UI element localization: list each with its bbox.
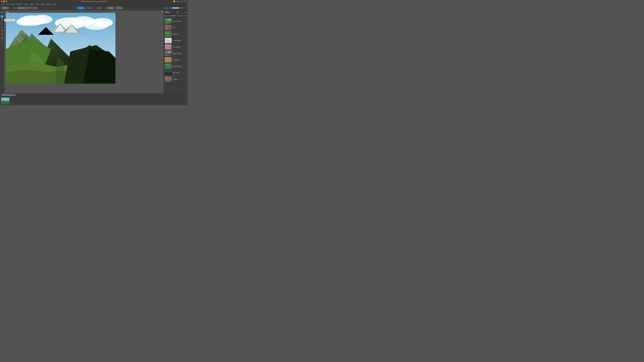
zoom-tool-button[interactable]: 🔍: [0, 11, 4, 14]
wifi-icon: 📶: [173, 0, 175, 2]
svg-point-3: [16, 18, 34, 26]
effect-name-tint: Tint: [172, 27, 175, 28]
tab-frames[interactable]: Frames: [182, 14, 188, 17]
open-button[interactable]: Open ▾: [1, 6, 9, 9]
mode-tabs: Quick Guided Expert: [76, 6, 104, 9]
effects-search-icon[interactable]: 🔍: [176, 11, 178, 13]
svg-rect-27: [165, 25, 172, 30]
effect-thumb-smart-looks: [165, 18, 172, 24]
effects-panel: Effects 🔍 ⚙ Adjustments Effects Textures…: [164, 10, 188, 93]
zoom-slider[interactable]: [169, 7, 179, 9]
brush-tool-button[interactable]: ✏: [0, 22, 4, 25]
draw-tool-button[interactable]: ✒: [0, 33, 4, 36]
menu-layer[interactable]: Layer: [24, 3, 29, 5]
menu-file[interactable]: File: [1, 3, 5, 5]
text-tool-button[interactable]: T: [0, 29, 4, 32]
app-title: Adobe Photoshop Elements 2020 Editor: [81, 1, 106, 2]
effect-tint[interactable]: Tint: [164, 24, 188, 31]
add-tool-button[interactable]: +: [0, 40, 4, 43]
menu-image[interactable]: Image: [10, 3, 16, 5]
view-label: View:: [13, 7, 16, 9]
effect-name-black-white: Black & White: [172, 53, 181, 54]
effect-name-split-tone: Split Tone: [172, 72, 179, 73]
effect-thumb-black-white: [165, 51, 172, 56]
effect-lithograph[interactable]: Lithograph: [164, 57, 188, 63]
create-share-area: Create Share: [106, 6, 123, 9]
filmstrip-arrow-icon[interactable]: ▾: [186, 94, 186, 96]
minimize-window-button[interactable]: [3, 1, 5, 2]
tab-effects[interactable]: Effects: [171, 14, 176, 17]
effect-thumb-tint: [165, 25, 172, 30]
effect-pencil-sketch[interactable]: Pencil Sketch: [164, 37, 188, 44]
effect-name-vintage: Vintage: [172, 78, 177, 80]
effect-name-smart-looks: Smart Looks: [172, 20, 180, 22]
svg-rect-40: [165, 76, 172, 82]
svg-point-7: [92, 18, 113, 27]
tools-panel: 🔍 ✋ Hand Tool (H) 👁 ✏ — T ✒ ⊕ +: [0, 10, 4, 93]
menu-enhance[interactable]: Enhance: [16, 3, 23, 5]
tab-guided[interactable]: Guided: [85, 6, 94, 9]
titlebar: Adobe Photoshop Elements 2020 Editor 📶 M…: [0, 0, 188, 3]
titlebar-icons: 📶 Mon 15:50 🔍: [173, 0, 186, 2]
main-image: [6, 13, 116, 84]
line-tool-button[interactable]: —: [0, 25, 4, 29]
effect-name-lithograph: Lithograph: [172, 59, 179, 61]
effects-settings-icon[interactable]: ⚙: [185, 11, 186, 13]
zoom-label: Zoom:: [164, 7, 168, 9]
maximize-window-button[interactable]: [6, 1, 7, 2]
svg-point-2: [32, 15, 52, 24]
menu-select[interactable]: Select: [29, 3, 35, 5]
view-tool-button[interactable]: 👁: [0, 18, 4, 22]
filmstrip-toolbar: Show Open Files — ▾: [0, 93, 188, 96]
svg-rect-35: [165, 57, 172, 62]
effect-split-tone[interactable]: Split Tone: [164, 69, 188, 76]
crop-tool-button[interactable]: ⊕: [0, 36, 4, 40]
effect-thumb-vintage: [165, 76, 172, 82]
effect-toy-camera[interactable]: Toy Camera: [164, 44, 188, 50]
menu-help[interactable]: Help: [52, 3, 57, 5]
canvas-area: After ✕: [4, 10, 164, 93]
search-icon[interactable]: 🔍: [184, 0, 186, 2]
close-window-button[interactable]: [1, 1, 2, 2]
create-button[interactable]: Create: [106, 6, 114, 9]
tab-adjustments[interactable]: Adjustments: [164, 14, 171, 17]
effect-vintage[interactable]: Vintage: [164, 76, 188, 82]
effect-cross-process[interactable]: Cross Process: [164, 63, 188, 69]
zoom-control: Zoom: 50%: [163, 7, 186, 9]
chevron-down-icon: ▾: [7, 7, 8, 9]
effect-smart-looks[interactable]: Smart Looks: [164, 18, 188, 24]
bottom-panel: Show Open Files — ▾: [0, 93, 188, 105]
effects-header: Effects 🔍 ⚙: [164, 10, 188, 14]
top-toolbar: Open ▾ View: Before Only After Only Befo…: [0, 6, 188, 10]
show-open-files-select[interactable]: Show Open Files: [1, 94, 16, 96]
menu-edit[interactable]: Edit: [6, 3, 10, 5]
hand-tool-button[interactable]: ✋: [0, 15, 4, 18]
effect-black-white[interactable]: Black & White: [164, 50, 188, 57]
effect-name-cross-process: Cross Process: [172, 65, 182, 67]
filmstrip-item[interactable]: [1, 97, 10, 104]
tab-textures[interactable]: Textures: [176, 14, 182, 17]
effect-name-toy-camera: Toy Camera: [172, 46, 180, 48]
canvas-close-button[interactable]: ✕: [162, 10, 163, 12]
svg-rect-32: [165, 44, 172, 50]
view-select[interactable]: Before Only After Only Before & After Ho…: [17, 7, 37, 9]
menu-window[interactable]: Window: [46, 3, 52, 5]
tab-quick[interactable]: Quick: [76, 6, 85, 9]
effects-tabs: Adjustments Effects Textures Frames: [164, 14, 188, 17]
filmstrip-minimize-icon[interactable]: —: [184, 94, 185, 96]
effects-title: Effects: [165, 11, 170, 13]
effect-thumb-lithograph: [165, 57, 172, 62]
effect-seasons[interactable]: Seasons: [164, 31, 188, 37]
effect-thumb-cross-process: [165, 63, 172, 69]
effect-thumb-toy-camera: [165, 44, 172, 50]
effect-thumb-seasons: [165, 31, 172, 37]
menu-filter[interactable]: Filter: [35, 3, 40, 5]
traffic-lights: [1, 1, 7, 2]
clock: Mon 15:50: [176, 0, 184, 2]
tab-expert[interactable]: Expert: [95, 6, 104, 9]
main-layout: 🔍 ✋ Hand Tool (H) 👁 ✏ — T ✒ ⊕ + After ✕: [0, 10, 188, 93]
menu-view[interactable]: View: [40, 3, 45, 5]
filmstrip-content: [0, 96, 188, 105]
hand-tool-tooltip: Hand Tool (H): [4, 19, 15, 21]
share-button[interactable]: Share: [116, 6, 123, 9]
